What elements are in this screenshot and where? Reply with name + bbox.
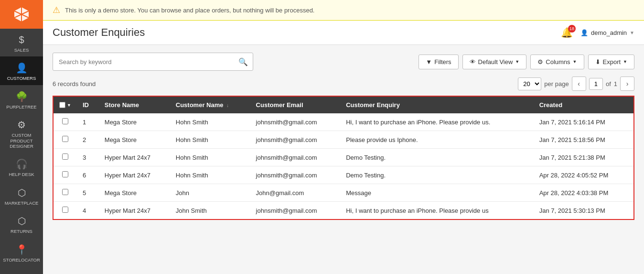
view-button[interactable]: 👁 Default View ▼ [462, 55, 527, 69]
col-customer-email: Customer Email [250, 96, 341, 113]
col-id: ID [77, 96, 99, 113]
cell-created: Jan 7, 2021 5:16:14 PM [534, 113, 634, 131]
cell-id: 4 [77, 202, 99, 220]
row-checkbox[interactable] [62, 189, 68, 195]
col-created: Created [534, 96, 634, 113]
sidebar-item-label: SALES [14, 47, 29, 53]
notification-button[interactable]: 🔔 18 [561, 27, 573, 38]
table-row: 1 Mega Store Hohn Smith johnsmith@gmail.… [53, 113, 634, 131]
sidebar-item-returns[interactable]: ⬡ RETURNS [0, 209, 43, 238]
next-page-button[interactable]: › [620, 77, 634, 91]
cell-customer-enquiry: Demo Testing. [340, 149, 533, 166]
cell-customer-email: johnsmith@gmail.com [250, 149, 341, 166]
select-all-checkbox[interactable] [59, 102, 65, 108]
prev-page-button[interactable]: ‹ [572, 77, 586, 91]
eye-icon: 👁 [470, 58, 476, 66]
sidebar-item-storelocator[interactable]: 📍 STORELOCATOR [0, 238, 43, 266]
toolbar: 🔍 ▼ Filters 👁 Default View ▼ ⚙ Columns ▼ [53, 53, 634, 71]
row-checkbox[interactable] [62, 118, 68, 124]
cell-store-name: Hyper Mart 24x7 [99, 149, 170, 166]
cell-customer-email: johnsmith@gmail.com [250, 113, 341, 131]
chevron-down-icon[interactable]: ▼ [67, 103, 71, 108]
warning-icon: ⚠ [53, 5, 60, 15]
user-icon: 👤 [580, 29, 588, 36]
cell-customer-name: Hohn Smith [170, 149, 250, 166]
search-box: 🔍 [53, 53, 253, 71]
row-checkbox-cell [53, 149, 77, 166]
customers-icon: 👤 [16, 62, 28, 74]
total-pages: 1 [614, 80, 617, 88]
sidebar-item-customers[interactable]: 👤 CUSTOMERS [0, 56, 43, 85]
top-header: Customer Enquiries 🔔 18 👤 demo_admin ▼ [43, 21, 644, 45]
returns-icon: ⬡ [18, 215, 26, 227]
purpletree-icon: 🌳 [16, 91, 28, 102]
filters-button[interactable]: ▼ Filters [419, 55, 458, 69]
data-table: ▼ ID Store Name Customer Name ↓ Customer… [53, 96, 634, 220]
sidebar-item-help-desk[interactable]: 🎧 HELP DESK [0, 153, 43, 181]
cell-customer-name: Hohn Smith [170, 131, 250, 149]
row-checkbox-cell [53, 202, 77, 220]
cell-created: Jan 7, 2021 5:18:56 PM [534, 131, 634, 149]
sidebar-item-label: STORELOCATOR [3, 257, 40, 263]
cell-customer-name: Hohn Smith [170, 166, 250, 184]
chevron-down-icon: ▼ [573, 59, 577, 64]
cell-customer-email: John@gmail.com [250, 184, 341, 202]
row-checkbox[interactable] [62, 153, 68, 160]
user-menu-button[interactable]: 👤 demo_admin ▼ [580, 29, 634, 36]
chevron-down-icon: ▼ [515, 59, 519, 64]
cell-created: Apr 28, 2022 4:03:38 PM [534, 184, 634, 202]
table-row: 5 Mega Store John John@gmail.com Message… [53, 184, 634, 202]
cell-id: 3 [77, 149, 99, 166]
row-checkbox[interactable] [62, 171, 68, 177]
cell-customer-name: John [170, 184, 250, 202]
cell-created: Jan 7, 2021 5:30:13 PM [534, 202, 634, 220]
chevron-down-icon: ▼ [630, 30, 634, 35]
row-checkbox-cell [53, 113, 77, 131]
cell-store-name: Mega Store [99, 113, 170, 131]
cell-customer-email: johnsmith@gmail.com [250, 166, 341, 184]
cell-id: 6 [77, 166, 99, 184]
sidebar-item-marketplace[interactable]: ⬡ MARKETPLACE [0, 181, 43, 209]
columns-button[interactable]: ⚙ Columns ▼ [530, 55, 584, 69]
cell-customer-name: Hohn Smith [170, 113, 250, 131]
chevron-down-icon: ▼ [623, 59, 627, 64]
of-label: of [606, 80, 611, 88]
sidebar-item-label: PURPLETREE [6, 104, 36, 110]
cell-id: 2 [77, 131, 99, 149]
row-checkbox[interactable] [62, 136, 68, 142]
table-row: 3 Hyper Mart 24x7 Hohn Smith johnsmith@g… [53, 149, 634, 166]
notification-badge: 18 [568, 25, 576, 33]
filters-label: Filters [434, 58, 451, 66]
export-button[interactable]: ⬇ Export ▼ [588, 55, 635, 69]
sidebar-item-label: MARKETPLACE [5, 200, 39, 206]
cell-store-name: Hyper Mart 24x7 [99, 202, 170, 220]
sidebar-logo[interactable] [0, 0, 43, 29]
sidebar-item-label: CUSTOMERS [7, 76, 36, 81]
sidebar-item-sales[interactable]: $ SALES [0, 29, 43, 56]
demo-banner: ⚠ This is only a demo store. You can bro… [43, 0, 644, 21]
columns-icon: ⚙ [537, 58, 543, 66]
toolbar-right: ▼ Filters 👁 Default View ▼ ⚙ Columns ▼ ⬇… [419, 55, 634, 69]
main-area: ⚠ This is only a demo store. You can bro… [43, 0, 644, 274]
pagination-bar: 20 30 50 per page ‹ 1 of 1 › [518, 77, 634, 91]
col-customer-name[interactable]: Customer Name ↓ [170, 96, 250, 113]
row-checkbox-cell [53, 184, 77, 202]
row-checkbox[interactable] [62, 207, 68, 213]
sidebar-item-label: HELP DESK [9, 172, 34, 177]
designer-icon: ⚙ [17, 119, 26, 131]
user-label: demo_admin [591, 29, 627, 36]
table-row: 4 Hyper Mart 24x7 John Smith johnsmith@g… [53, 202, 634, 220]
table-row: 6 Hyper Mart 24x7 Hohn Smith johnsmith@g… [53, 166, 634, 184]
search-button[interactable]: 🔍 [234, 57, 253, 66]
sidebar-item-custom-product-designer[interactable]: ⚙ CUSTOM PRODUCT DESIGNER [0, 113, 43, 153]
per-page-label: per page [544, 80, 569, 88]
per-page-select[interactable]: 20 30 50 [518, 77, 541, 90]
records-count: 6 records found [53, 80, 96, 88]
search-input[interactable] [53, 58, 234, 66]
default-view-label: Default View [478, 58, 513, 66]
select-all-column: ▼ [53, 96, 77, 113]
cell-id: 5 [77, 184, 99, 202]
cell-customer-email: johnsmith@gmail.com [250, 131, 341, 149]
col-store-name: Store Name [99, 96, 170, 113]
sidebar-item-purpletree[interactable]: 🌳 PURPLETREE [0, 85, 43, 113]
